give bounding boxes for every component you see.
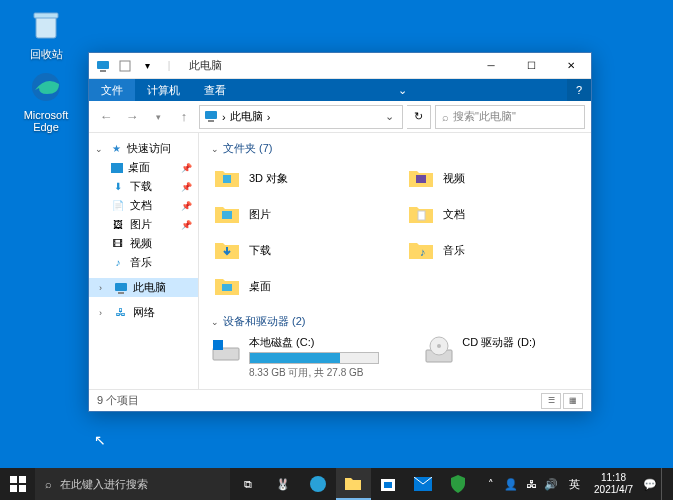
taskbar-app-mail[interactable] xyxy=(406,468,441,500)
svg-point-20 xyxy=(437,344,441,348)
tray-ime-icon[interactable]: 英 xyxy=(562,468,586,500)
svg-rect-27 xyxy=(384,482,392,488)
breadcrumb-location[interactable]: 此电脑 xyxy=(230,109,263,124)
folder-icon xyxy=(407,164,435,192)
desktop-icon-label: Microsoft Edge xyxy=(16,109,76,133)
svg-rect-6 xyxy=(205,111,217,119)
breadcrumb-sep: › xyxy=(222,111,226,123)
titlebar-sep: | xyxy=(159,56,179,76)
tab-view[interactable]: 查看 xyxy=(192,79,238,101)
ribbon-tabs: 文件 计算机 查看 ⌄ ? xyxy=(89,79,591,101)
tab-file[interactable]: 文件 xyxy=(89,79,135,101)
tray-network-icon[interactable]: 🖧 xyxy=(522,468,540,500)
folder-videos[interactable]: 视频 xyxy=(405,162,579,194)
sidebar-item-downloads[interactable]: ⬇下载📌 xyxy=(89,177,198,196)
tray-overflow-icon[interactable]: ˄ xyxy=(482,468,500,500)
minimize-button[interactable]: ─ xyxy=(471,53,511,79)
drive-usage-bar xyxy=(249,352,379,364)
view-details-button[interactable]: ☰ xyxy=(541,393,561,409)
search-input[interactable]: ⌕ 搜索"此电脑" xyxy=(435,105,585,129)
folder-pictures[interactable]: 图片 xyxy=(211,198,385,230)
folder-icon xyxy=(213,164,241,192)
titlebar[interactable]: ▾ | 此电脑 ─ ☐ ✕ xyxy=(89,53,591,79)
folder-icon: ♪ xyxy=(407,236,435,264)
folder-icon xyxy=(213,200,241,228)
section-folders-header[interactable]: ⌄ 文件夹 (7) xyxy=(211,141,579,156)
address-dropdown-icon[interactable]: ⌄ xyxy=(380,110,398,123)
tray-volume-icon[interactable]: 🔊 xyxy=(542,468,560,500)
nav-recent-dropdown[interactable]: ▾ xyxy=(147,106,169,128)
sidebar-item-videos[interactable]: 🎞视频 xyxy=(89,234,198,253)
thispc-icon xyxy=(93,56,113,76)
sidebar-label: 快速访问 xyxy=(127,141,171,156)
svg-rect-23 xyxy=(10,485,17,492)
refresh-button[interactable]: ↻ xyxy=(407,105,431,129)
address-bar[interactable]: › 此电脑 › ⌄ xyxy=(199,105,403,129)
svg-rect-15 xyxy=(222,284,232,291)
status-bar: 9 个项目 ☰ ▦ xyxy=(89,389,591,411)
pin-icon: 📌 xyxy=(181,163,192,173)
content-pane: ⌄ 文件夹 (7) 3D 对象 视频 图片 文档 下载 ♪音乐 桌面 ⌄ 设备和… xyxy=(199,133,591,389)
taskbar-app-edge[interactable] xyxy=(301,468,336,500)
downloads-icon: ⬇ xyxy=(111,180,125,194)
svg-rect-7 xyxy=(208,120,214,122)
sidebar-item-pictures[interactable]: 🖼图片📌 xyxy=(89,215,198,234)
svg-rect-22 xyxy=(19,476,26,483)
show-desktop-button[interactable] xyxy=(661,468,667,500)
sidebar-quick-access[interactable]: ⌄ ★ 快速访问 xyxy=(89,139,198,158)
folder-music[interactable]: ♪音乐 xyxy=(405,234,579,266)
svg-rect-17 xyxy=(213,340,223,350)
section-title: 设备和驱动器 (2) xyxy=(223,314,306,329)
nav-up-button[interactable]: ↑ xyxy=(173,106,195,128)
start-button[interactable] xyxy=(0,468,35,500)
sidebar-item-thispc[interactable]: ›此电脑 xyxy=(89,278,198,297)
qat-properties-icon[interactable] xyxy=(115,56,135,76)
taskbar-clock[interactable]: 11:18 2021/4/7 xyxy=(588,472,639,496)
pin-icon: 📌 xyxy=(181,220,192,230)
taskbar-search[interactable]: ⌕在此键入进行搜索 xyxy=(35,468,230,500)
folder-3d-objects[interactable]: 3D 对象 xyxy=(211,162,385,194)
help-button[interactable]: ? xyxy=(567,79,591,101)
search-placeholder: 搜索"此电脑" xyxy=(453,109,516,124)
folder-desktop[interactable]: 桌面 xyxy=(211,270,385,302)
close-button[interactable]: ✕ xyxy=(551,53,591,79)
search-icon: ⌕ xyxy=(442,111,449,123)
explorer-window: ▾ | 此电脑 ─ ☐ ✕ 文件 计算机 查看 ⌄ ? ← → ▾ ↑ › 此电… xyxy=(88,52,592,412)
section-drives-header[interactable]: ⌄ 设备和驱动器 (2) xyxy=(211,314,579,329)
svg-rect-13 xyxy=(418,211,425,220)
taskbar-mascot-icon[interactable]: 🐰 xyxy=(266,468,301,500)
svg-rect-10 xyxy=(223,175,231,183)
tab-computer[interactable]: 计算机 xyxy=(135,79,192,101)
taskview-button[interactable]: ⧉ xyxy=(230,468,265,500)
folder-downloads[interactable]: 下载 xyxy=(211,234,385,266)
taskbar-app-explorer[interactable] xyxy=(336,468,371,500)
folder-icon xyxy=(213,272,241,300)
desktop-icon-edge[interactable]: Microsoft Edge xyxy=(16,68,76,133)
taskbar-app-store[interactable] xyxy=(371,468,406,500)
desktop-icon xyxy=(111,163,123,173)
action-center-icon[interactable]: 💬 xyxy=(641,468,659,500)
sidebar-item-music[interactable]: ♪音乐 xyxy=(89,253,198,272)
sidebar-item-network[interactable]: ›🖧网络 xyxy=(89,303,198,322)
ribbon-expand-icon[interactable]: ⌄ xyxy=(391,79,415,101)
nav-forward-button[interactable]: → xyxy=(121,106,143,128)
nav-back-button[interactable]: ← xyxy=(95,106,117,128)
security-shield-icon[interactable] xyxy=(441,468,476,500)
qat-dropdown-icon[interactable]: ▾ xyxy=(137,56,157,76)
folder-documents[interactable]: 文档 xyxy=(405,198,579,230)
sidebar-item-documents[interactable]: 📄文档📌 xyxy=(89,196,198,215)
breadcrumb-sep: › xyxy=(267,111,271,123)
svg-rect-1 xyxy=(34,13,58,18)
drive-local-c[interactable]: 本地磁盘 (C:) 8.33 GB 可用, 共 27.8 GB xyxy=(211,335,404,380)
drive-cd-d[interactable]: CD 驱动器 (D:) xyxy=(424,335,579,380)
drive-sublabel: 8.33 GB 可用, 共 27.8 GB xyxy=(249,366,404,380)
desktop-icon-recycle-bin[interactable]: 回收站 xyxy=(16,6,76,62)
view-large-button[interactable]: ▦ xyxy=(563,393,583,409)
music-icon: ♪ xyxy=(111,256,125,270)
window-title: 此电脑 xyxy=(183,58,471,73)
maximize-button[interactable]: ☐ xyxy=(511,53,551,79)
tray-people-icon[interactable]: 👤 xyxy=(502,468,520,500)
star-icon: ★ xyxy=(109,142,123,156)
sidebar-item-desktop[interactable]: 桌面📌 xyxy=(89,158,198,177)
svg-rect-11 xyxy=(416,175,426,183)
